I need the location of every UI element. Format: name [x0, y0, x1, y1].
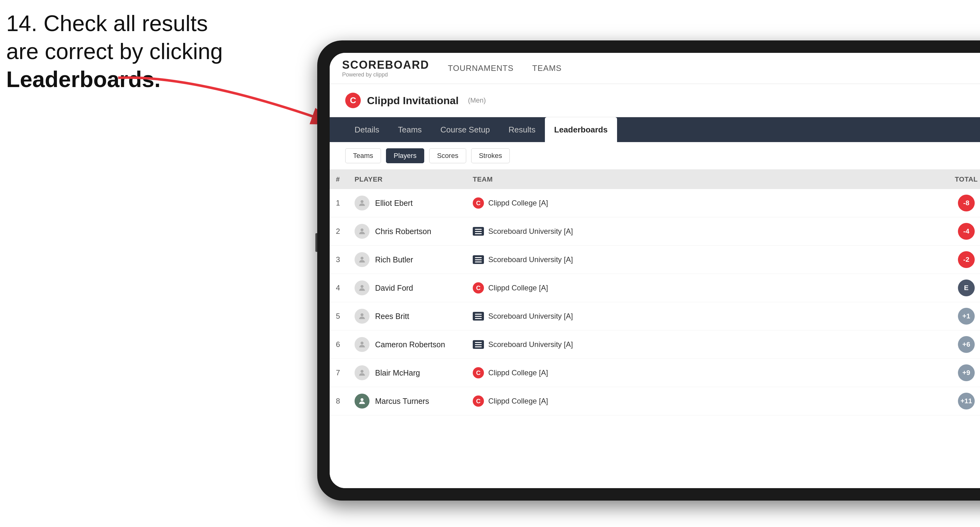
team-logo-scoreboard [473, 340, 484, 349]
cell-team: Scoreboard University [A] [466, 302, 948, 330]
leaderboard-table-container: # PLAYER TEAM TOTAL THRU RD1 RD2 RD3 1El… [330, 170, 980, 488]
cell-total: -4 [948, 217, 980, 246]
player-avatar [355, 394, 369, 408]
cell-team: Scoreboard University [A] [466, 217, 948, 246]
cell-rank: 5 [330, 302, 348, 330]
player-name: Rich Butler [375, 255, 413, 264]
player-name: David Ford [375, 284, 413, 292]
player-name: Blair McHarg [375, 368, 420, 378]
table-row: 2Chris RobertsonScoreboard University [A… [330, 217, 980, 246]
cell-rank: 2 [330, 217, 348, 246]
cell-total: -8 [948, 189, 980, 217]
leaderboard-table: # PLAYER TEAM TOTAL THRU RD1 RD2 RD3 1El… [330, 170, 980, 415]
cell-total: -2 [948, 246, 980, 274]
cell-player: Rees Britt [348, 302, 466, 330]
team-name: Clippd College [A] [488, 368, 548, 377]
tournament-badge: (Men) [468, 96, 486, 105]
instruction-text: 14. Check all results are correct by cli… [6, 10, 223, 93]
cell-player: Marcus Turners [348, 387, 466, 415]
tournament-name: Clippd Invitational [367, 95, 459, 106]
team-logo-clippd: C [473, 282, 484, 294]
filter-scores[interactable]: Scores [429, 148, 466, 163]
team-logo-scoreboard [473, 255, 484, 264]
cell-rank: 8 [330, 387, 348, 415]
tab-course-setup[interactable]: Course Setup [431, 117, 499, 142]
team-logo-scoreboard [473, 227, 484, 236]
team-name: Clippd College [A] [488, 284, 548, 292]
table-row: 1Elliot EbertCClippd College [A]-8F+3-6-… [330, 189, 980, 217]
score-badge: +1 [958, 308, 975, 325]
table-header-row: # PLAYER TEAM TOTAL THRU RD1 RD2 RD3 [330, 170, 980, 189]
cell-total: +9 [948, 359, 980, 387]
score-badge: -2 [958, 251, 975, 268]
cell-team: CClippd College [A] [466, 274, 948, 302]
filter-bar: Teams Players Scores Strokes [330, 142, 980, 170]
tab-leaderboards[interactable]: Leaderboards [545, 117, 617, 142]
col-team: TEAM [466, 170, 948, 189]
cell-player: David Ford [348, 274, 466, 302]
score-badge: +6 [958, 336, 975, 353]
team-name: Scoreboard University [A] [488, 340, 573, 349]
player-avatar [355, 281, 369, 295]
cell-team: CClippd College [A] [466, 189, 948, 217]
cell-total: +6 [948, 330, 980, 359]
cell-player: Elliot Ebert [348, 189, 466, 217]
svg-point-4 [361, 285, 363, 288]
col-rank: # [330, 170, 348, 189]
col-player: PLAYER [348, 170, 466, 189]
cell-rank: 7 [330, 359, 348, 387]
tablet-screen: SCOREBOARD Powered by clippd TOURNAMENTS… [330, 53, 980, 488]
tab-bar: Details Teams Course Setup Results Leade… [330, 117, 980, 142]
team-name: Clippd College [A] [488, 199, 548, 207]
score-badge: -8 [958, 195, 975, 211]
tournament-logo: C [345, 93, 361, 108]
filter-strokes[interactable]: Strokes [471, 148, 510, 163]
score-badge: +11 [958, 393, 975, 410]
player-avatar [355, 252, 369, 267]
cell-team: CClippd College [A] [466, 359, 948, 387]
player-name: Rees Britt [375, 312, 409, 321]
nav-teams[interactable]: TEAMS [532, 60, 562, 76]
cell-player: Rich Butler [348, 246, 466, 274]
team-logo-clippd: C [473, 197, 484, 209]
table-row: 4David FordCClippd College [A]EF+1-4+3 [330, 274, 980, 302]
table-row: 5Rees BrittScoreboard University [A]+1F+… [330, 302, 980, 330]
svg-point-1 [361, 200, 363, 203]
nav-tournaments[interactable]: TOURNAMENTS [448, 60, 514, 76]
cell-player: Chris Robertson [348, 217, 466, 246]
player-avatar [355, 365, 369, 380]
cell-player: Cameron Robertson [348, 330, 466, 359]
cell-team: CClippd College [A] [466, 387, 948, 415]
cell-total: +1 [948, 302, 980, 330]
tab-details[interactable]: Details [345, 117, 388, 142]
table-row: 3Rich ButlerScoreboard University [A]-2F… [330, 246, 980, 274]
tab-results[interactable]: Results [499, 117, 545, 142]
cell-team: Scoreboard University [A] [466, 246, 948, 274]
player-avatar [355, 337, 369, 352]
cell-rank: 3 [330, 246, 348, 274]
team-name: Scoreboard University [A] [488, 227, 573, 236]
player-name: Chris Robertson [375, 227, 431, 236]
svg-point-6 [361, 342, 363, 344]
team-name: Scoreboard University [A] [488, 255, 573, 264]
team-name: Clippd College [A] [488, 397, 548, 405]
cell-rank: 4 [330, 274, 348, 302]
cell-team: Scoreboard University [A] [466, 330, 948, 359]
svg-point-8 [361, 398, 363, 401]
team-logo-clippd: C [473, 367, 484, 378]
tab-teams[interactable]: Teams [388, 117, 431, 142]
col-total: TOTAL [948, 170, 980, 189]
filter-players[interactable]: Players [386, 148, 424, 163]
score-badge: +9 [958, 364, 975, 381]
table-row: 6Cameron RobertsonScoreboard University … [330, 330, 980, 359]
tablet-frame: SCOREBOARD Powered by clippd TOURNAMENTS… [317, 40, 980, 500]
filter-teams[interactable]: Teams [345, 148, 381, 163]
team-name: Scoreboard University [A] [488, 312, 573, 321]
svg-point-5 [361, 313, 363, 316]
svg-point-3 [361, 257, 363, 260]
logo-sub: Powered by clippd [342, 71, 429, 78]
table-row: 7Blair McHargCClippd College [A]+9F+2+1+… [330, 359, 980, 387]
logo-area: SCOREBOARD Powered by clippd [342, 59, 429, 78]
team-logo-clippd: C [473, 395, 484, 407]
player-avatar [355, 195, 369, 211]
